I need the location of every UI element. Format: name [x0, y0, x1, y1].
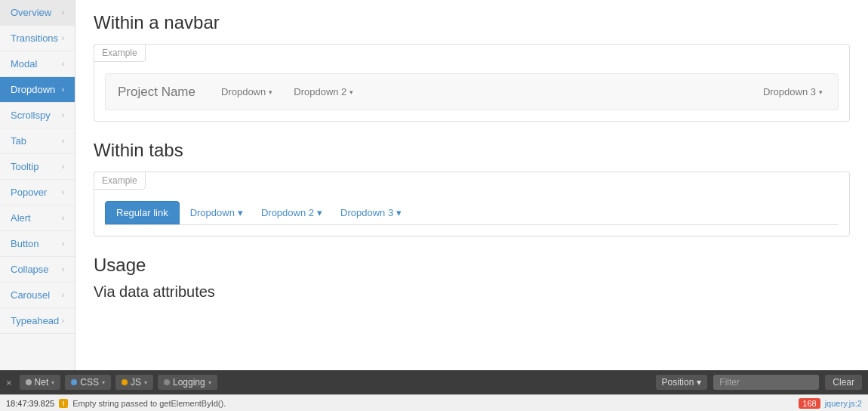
- devtools-tab-logging[interactable]: Logging ▾: [158, 375, 217, 390]
- example-label-1: Example: [94, 44, 146, 62]
- clear-button[interactable]: Clear: [825, 375, 862, 390]
- tab-regular-link[interactable]: Regular link: [105, 201, 180, 224]
- chevron-down-icon: ▾: [697, 377, 701, 388]
- devtools-tab-net[interactable]: Net ▾: [20, 375, 61, 390]
- status-file: jquery.js:2: [825, 399, 862, 408]
- status-right: 168 jquery.js:2: [799, 398, 862, 409]
- tabs-example-content: Regular link Dropdown ▾ Dropdown 2 ▾ Dro…: [94, 190, 849, 236]
- sidebar-item-overview[interactable]: Overview ›: [0, 0, 75, 26]
- navbar-brand: Project Name: [118, 85, 195, 100]
- navbar-dropdown-1[interactable]: Dropdown ▾: [218, 80, 275, 104]
- tab-dropdown-3[interactable]: Dropdown 3 ▾: [333, 202, 409, 224]
- sidebar-item-collapse[interactable]: Collapse ›: [0, 257, 75, 283]
- chevron-down-icon: ▾: [208, 379, 211, 386]
- navbar-example-content: Project Name Dropdown ▾ Dropdown 2 ▾ Dro…: [94, 63, 849, 121]
- sidebar-item-typeahead[interactable]: Typeahead ›: [0, 308, 75, 334]
- chevron-right-icon: ›: [62, 137, 64, 145]
- main-content: Within a navbar Example Project Name Dro…: [75, 0, 868, 370]
- sidebar-item-scrollspy[interactable]: Scrollspy ›: [0, 103, 75, 128]
- caret-icon: ▾: [396, 207, 402, 218]
- chevron-right-icon: ›: [62, 60, 64, 68]
- filter-input[interactable]: [713, 375, 819, 390]
- chevron-down-icon: ▾: [51, 379, 54, 386]
- sidebar-item-modal[interactable]: Modal ›: [0, 51, 75, 77]
- position-button[interactable]: Position ▾: [656, 375, 708, 390]
- sidebar-item-label: Button: [11, 238, 39, 249]
- sidebar-item-alert[interactable]: Alert ›: [0, 206, 75, 231]
- sidebar: Overview › Transitions › Modal › Dropdow…: [0, 0, 75, 370]
- sidebar-item-label: Transitions: [11, 32, 58, 44]
- sidebar-item-label: Alert: [11, 212, 31, 224]
- navbar-demo: Project Name Dropdown ▾ Dropdown 2 ▾ Dro…: [105, 73, 839, 110]
- devtools-tab-js[interactable]: JS ▾: [115, 375, 153, 390]
- sidebar-item-button[interactable]: Button ›: [0, 231, 75, 257]
- example-label-2: Example: [94, 172, 146, 190]
- sidebar-item-tab[interactable]: Tab ›: [0, 128, 75, 154]
- sidebar-item-label: Overview: [11, 7, 51, 18]
- chevron-right-icon: ›: [62, 34, 64, 42]
- sidebar-item-label: Carousel: [11, 289, 50, 301]
- sidebar-item-dropdown[interactable]: Dropdown ›: [0, 77, 75, 103]
- navbar-dropdown-2[interactable]: Dropdown 2 ▾: [291, 80, 356, 104]
- chevron-right-icon: ›: [62, 214, 64, 222]
- chevron-right-icon: ›: [62, 239, 64, 248]
- sidebar-item-label: Tooltip: [11, 161, 39, 172]
- chevron-down-icon: ▾: [144, 379, 147, 386]
- chevron-right-icon: ›: [62, 317, 64, 325]
- sidebar-item-transitions[interactable]: Transitions ›: [0, 26, 75, 51]
- usage-title: Usage: [94, 255, 850, 276]
- navbar-dropdown-3[interactable]: Dropdown 3 ▾: [760, 80, 826, 104]
- caret-icon: ▾: [269, 88, 272, 96]
- sidebar-item-label: Modal: [11, 58, 37, 70]
- caret-icon: ▾: [349, 88, 353, 96]
- via-data-attributes-title: Via data attributes: [94, 283, 850, 301]
- net-dot-icon: [26, 379, 32, 385]
- logging-dot-icon: [164, 379, 170, 385]
- devtools-close-button[interactable]: ×: [6, 377, 12, 388]
- sidebar-item-popover[interactable]: Popover ›: [0, 180, 75, 206]
- navbar-example-box: Example Project Name Dropdown ▾ Dropdown…: [94, 44, 850, 122]
- sidebar-item-label: Popover: [11, 187, 47, 198]
- sidebar-item-tooltip[interactable]: Tooltip ›: [0, 154, 75, 180]
- sidebar-item-label: Collapse: [11, 264, 49, 275]
- chevron-down-icon: ▾: [102, 379, 105, 386]
- chevron-right-icon: ›: [62, 188, 64, 196]
- status-message: Empty string passed to getElementById().: [72, 399, 226, 408]
- devtools-right-section: Position ▾ Clear: [656, 375, 862, 390]
- sidebar-item-label: Tab: [11, 135, 26, 147]
- chevron-right-icon: ›: [62, 85, 64, 94]
- chevron-right-icon: ›: [62, 111, 64, 119]
- chevron-right-icon: ›: [62, 8, 64, 17]
- warning-icon: !: [59, 399, 68, 408]
- sidebar-item-carousel[interactable]: Carousel ›: [0, 283, 75, 308]
- status-time: 18:47:39.825: [6, 399, 54, 408]
- tab-dropdown-2[interactable]: Dropdown 2 ▾: [254, 202, 330, 224]
- sidebar-item-label: Dropdown: [11, 84, 55, 95]
- chevron-right-icon: ›: [62, 265, 64, 273]
- sidebar-item-label: Typeahead: [11, 315, 59, 326]
- section2-title: Within tabs: [94, 140, 850, 161]
- status-bar: 18:47:39.825 ! Empty string passed to ge…: [0, 394, 868, 411]
- section1-title: Within a navbar: [94, 12, 850, 33]
- tab-dropdown-1[interactable]: Dropdown ▾: [183, 202, 251, 224]
- chevron-right-icon: ›: [62, 162, 64, 171]
- devtools-toolbar: × Net ▾ CSS ▾ JS ▾ Logging ▾ Position ▾ …: [0, 370, 868, 394]
- caret-icon: ▾: [238, 207, 243, 218]
- js-dot-icon: [122, 379, 128, 385]
- caret-icon: ▾: [819, 88, 823, 96]
- chevron-right-icon: ›: [62, 291, 64, 299]
- caret-icon: ▾: [317, 207, 322, 218]
- devtools-tab-css[interactable]: CSS ▾: [65, 375, 111, 390]
- error-count-badge: 168: [799, 398, 820, 409]
- tabs-example-box: Example Regular link Dropdown ▾ Dropdown…: [94, 172, 850, 236]
- tabs-demo: Regular link Dropdown ▾ Dropdown 2 ▾ Dro…: [105, 201, 839, 225]
- sidebar-item-label: Scrollspy: [11, 110, 51, 121]
- css-dot-icon: [71, 379, 77, 385]
